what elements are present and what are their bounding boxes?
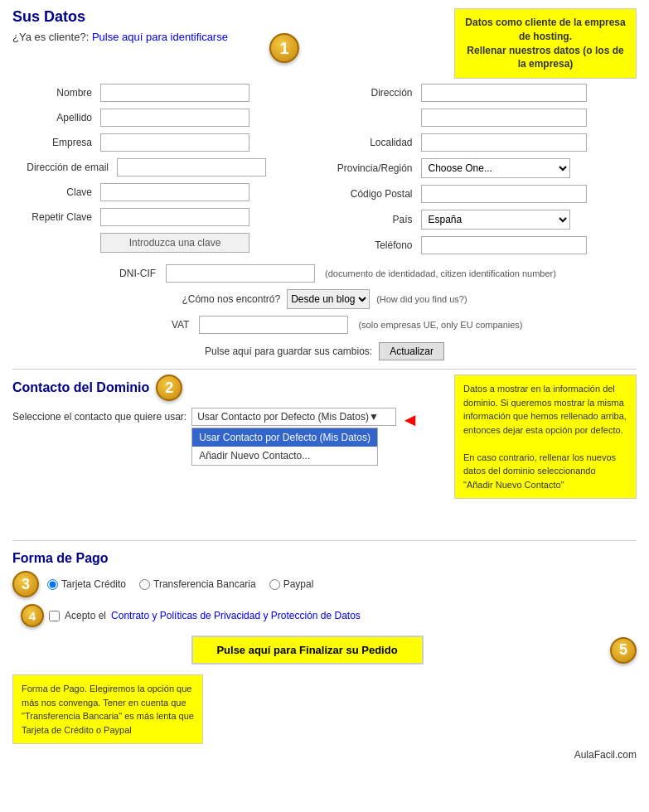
badge-5: 5 <box>610 637 637 664</box>
email-input[interactable] <box>117 158 266 176</box>
how-found-select[interactable]: Desde un blog Google Otro <box>287 289 370 309</box>
codigo-postal-input[interactable] <box>421 185 587 203</box>
how-found-label: ¿Cómo nos encontró? <box>182 293 283 305</box>
actualizar-button[interactable]: Actualizar <box>379 342 444 360</box>
accept-checkbox[interactable] <box>49 611 60 621</box>
info-box-line2: Rellenar nuestros datos (o los de la emp… <box>467 45 623 70</box>
telefono-input[interactable] <box>421 236 587 254</box>
direccion2-input[interactable] <box>421 109 587 127</box>
dropdown-arrow-icon: ▼ <box>369 411 379 423</box>
radio-tarjeta[interactable]: Tarjeta Crédito <box>47 578 126 590</box>
codigo-postal-label: Código Postal <box>333 188 416 200</box>
radio-paypal[interactable]: Paypal <box>269 578 314 590</box>
forma-pago-info-box: Forma de Pago. Elegiremos la opción que … <box>12 674 203 744</box>
identify-link[interactable]: Pulse aquí para identificarse <box>92 31 228 43</box>
localidad-label: Localidad <box>333 137 416 148</box>
empresa-label: Empresa <box>12 137 95 148</box>
contact-select-label: Seleccione el contacto que quiere usar: <box>12 408 186 423</box>
pais-label: País <box>333 214 416 225</box>
finalize-button[interactable]: Pulse aquí para Finalizar su Pedido <box>191 636 424 665</box>
badge-3: 3 <box>12 571 39 597</box>
contact-option-new[interactable]: Añadir Nuevo Contacto... <box>192 447 377 465</box>
pais-select[interactable]: España Francia Germany <box>421 210 570 230</box>
nombre-label: Nombre <box>12 87 95 99</box>
contact-option-default[interactable]: Usar Contacto por Defecto (Mis Datos) <box>192 428 377 447</box>
vat-input[interactable] <box>199 316 348 334</box>
clave-label: Clave <box>12 186 95 198</box>
forma-pago-title: Forma de Pago <box>12 551 637 566</box>
contact-dropdown[interactable]: Usar Contacto por Defecto (Mis Datos) ▼ <box>191 408 396 426</box>
accept-text: Acepto el <box>65 610 106 621</box>
page-title: Sus Datos <box>12 8 228 26</box>
already-client-text: ¿Ya es cliente?: <box>12 31 89 43</box>
vat-hint: (solo empresas UE, only EU companies) <box>358 320 522 330</box>
domain-contact-title: Contacto del Dominio <box>12 380 149 395</box>
password-hint-btn[interactable]: Introduzca una clave <box>100 233 249 253</box>
accept-link[interactable]: Contrato y Políticas de Privacidad y Pro… <box>111 610 361 621</box>
repetir-clave-label: Repetir Clave <box>12 211 95 223</box>
dni-label: DNI-CIF <box>93 268 159 279</box>
provincia-select[interactable]: Choose One... <box>421 158 570 178</box>
domain-contact-info-box: Datos a mostrar en la información del do… <box>454 375 637 499</box>
apellido-label: Apellido <box>12 112 95 123</box>
info-box-line1: Datos como cliente de la empresa de host… <box>465 17 625 42</box>
dni-input[interactable] <box>166 264 315 283</box>
how-found-hint: (How did you find us?) <box>376 294 467 304</box>
provincia-label: Provincia/Región <box>333 162 416 174</box>
badge-1: 1 <box>269 33 299 63</box>
vat-label: VAT <box>126 319 192 331</box>
repetir-clave-input[interactable] <box>100 208 249 226</box>
telefono-label: Teléfono <box>333 239 416 251</box>
save-label: Pulse aquí para guardar sus cambios: <box>205 346 372 357</box>
clave-input[interactable] <box>100 183 249 201</box>
apellido-input[interactable] <box>100 109 249 127</box>
dni-hint: (documento de identidadad, citizen ident… <box>325 268 556 278</box>
radio-transferencia[interactable]: Transferencia Bancaria <box>139 578 256 590</box>
nombre-input[interactable] <box>100 84 249 102</box>
direccion-input[interactable] <box>421 84 587 102</box>
email-label: Dirección de email <box>12 162 112 173</box>
localidad-input[interactable] <box>421 133 587 152</box>
footer-credit: AulaFacil.com <box>12 749 637 761</box>
badge-4: 4 <box>21 604 44 627</box>
badge-2: 2 <box>156 375 182 401</box>
empresa-input[interactable] <box>100 133 249 152</box>
contact-dropdown-options: Usar Contacto por Defecto (Mis Datos) Añ… <box>191 428 378 466</box>
direccion-label: Dirección <box>333 87 416 99</box>
red-arrow-icon: ◄ <box>401 408 419 431</box>
